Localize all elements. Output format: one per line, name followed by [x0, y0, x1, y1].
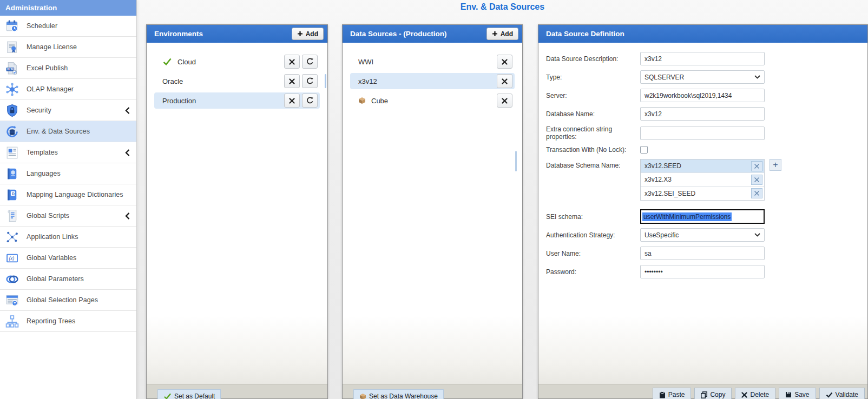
remove-schema-button[interactable]	[751, 161, 762, 171]
environment-row-production[interactable]: Production	[154, 92, 320, 109]
plus-icon	[297, 31, 303, 37]
sidebar-item-languages[interactable]: Languages	[0, 163, 136, 184]
excel-publish-icon: XLSX	[5, 61, 19, 76]
database-name-input[interactable]	[640, 107, 765, 121]
password-input[interactable]	[640, 265, 765, 278]
add-environment-button[interactable]: Add	[292, 28, 324, 40]
chevron-left-icon[interactable]	[125, 212, 130, 220]
schema-row[interactable]: x3v12.SEI_SEED	[641, 187, 764, 200]
environments-scrollbar[interactable]	[325, 74, 326, 88]
remove-schema-button[interactable]	[751, 175, 762, 185]
x-icon	[289, 78, 295, 84]
delete-environment-button[interactable]	[284, 55, 300, 69]
chevron-down-icon	[754, 233, 760, 237]
data-source-row-wwi[interactable]: WWI	[350, 54, 515, 70]
environment-row-oracle[interactable]: Oracle	[154, 73, 320, 89]
env-data-sources-icon	[5, 124, 19, 139]
sidebar-item-label: Languages	[27, 170, 130, 177]
cube-icon	[359, 393, 366, 399]
save-button[interactable]: Save	[779, 388, 816, 399]
sidebar-item-manage-license[interactable]: Manage License	[0, 37, 136, 58]
refresh-environment-button[interactable]	[302, 55, 318, 69]
delete-data-source-button[interactable]	[497, 74, 512, 88]
sidebar-item-label: Application Links	[27, 233, 130, 241]
check-icon	[163, 393, 172, 399]
sidebar-item-label: Manage License	[27, 43, 130, 51]
environments-title: Environments	[154, 30, 203, 38]
type-select-value: SQLSERVER	[645, 74, 684, 81]
add-schema-button[interactable]: +	[770, 159, 781, 171]
data-sources-panel-header: Data Sources - (Production) Add	[343, 25, 522, 43]
sei-schema-input[interactable]: userWithMinimumPermissions	[640, 209, 765, 224]
copy-button[interactable]: Copy	[694, 388, 732, 399]
data-sources-scrollbar[interactable]	[515, 151, 517, 171]
data-sources-title: Data Sources - (Production)	[350, 30, 447, 38]
delete-environment-button[interactable]	[284, 94, 300, 108]
environment-row-cloud[interactable]: Cloud	[154, 54, 320, 70]
default-check-icon	[162, 58, 172, 65]
svg-text:D: D	[12, 191, 15, 195]
sidebar-item-global-selection-pages[interactable]: T Global Selection Pages	[0, 290, 136, 311]
sidebar-item-label: Reporting Trees	[27, 317, 130, 325]
sidebar-item-label: Global Parameters	[27, 275, 130, 283]
x-icon	[754, 177, 760, 183]
type-select[interactable]: SQLSERVER	[640, 70, 765, 84]
sidebar-item-global-scripts[interactable]: Global Scripts	[0, 205, 136, 227]
sidebar-item-global-variables[interactable]: (x) Global Variables	[0, 248, 136, 269]
global-selection-pages-icon: T	[5, 293, 19, 308]
x-icon	[289, 59, 295, 65]
description-input[interactable]	[640, 52, 765, 65]
schema-row[interactable]: x3v12.X3	[641, 173, 764, 187]
chevron-left-icon[interactable]	[125, 107, 130, 114]
user-name-label: User Name:	[546, 250, 640, 257]
transaction-no-lock-checkbox[interactable]	[640, 146, 648, 154]
password-label: Password:	[546, 268, 640, 276]
sidebar-item-label: Templates	[27, 149, 118, 156]
delete-data-source-button[interactable]	[497, 55, 512, 69]
sidebar-item-security[interactable]: Security	[0, 100, 136, 121]
definition-title: Data Source Definition	[546, 30, 624, 38]
auth-strategy-select[interactable]: UseSpecific	[640, 228, 765, 242]
reporting-trees-icon	[5, 314, 19, 329]
schema-row[interactable]: x3v12.SEED	[641, 159, 764, 173]
sidebar-item-mapping-dictionaries[interactable]: D Mapping Language Dictionaries	[0, 184, 136, 205]
delete-button[interactable]: Delete	[735, 388, 775, 399]
svg-text:XLSX: XLSX	[7, 68, 14, 71]
sidebar-item-env-data-sources[interactable]: Env. & Data Sources	[0, 121, 136, 142]
paste-icon	[659, 391, 666, 398]
schema-name: x3v12.X3	[645, 176, 751, 183]
set-as-data-warehouse-button[interactable]: Set as Data Warehouse	[353, 389, 444, 399]
sidebar-item-scheduler[interactable]: Scheduler	[0, 16, 136, 37]
paste-button[interactable]: Paste	[653, 388, 692, 399]
refresh-icon	[306, 97, 314, 104]
x-icon	[289, 98, 295, 104]
chevron-left-icon[interactable]	[125, 149, 130, 156]
data-source-row-cube[interactable]: Cube	[350, 92, 515, 109]
add-data-source-button[interactable]: Add	[486, 28, 518, 40]
extra-properties-input[interactable]	[640, 127, 765, 140]
page-title: Env. & Data Sources	[137, 0, 868, 24]
sidebar-item-label: Global Variables	[27, 254, 130, 262]
user-name-input[interactable]	[640, 247, 765, 260]
delete-environment-button[interactable]	[284, 74, 300, 88]
sidebar-item-global-parameters[interactable]: Global Parameters	[0, 269, 136, 290]
extra-properties-label: Extra connection string properties:	[546, 125, 640, 141]
sidebar-item-application-links[interactable]: Application Links	[0, 227, 136, 248]
set-as-default-button[interactable]: Set as Default	[157, 389, 221, 399]
data-source-row-x3v12[interactable]: x3v12	[350, 73, 515, 89]
data-source-name: Cube	[371, 97, 495, 105]
remove-schema-button[interactable]	[751, 188, 762, 198]
refresh-environment-button[interactable]	[302, 94, 318, 108]
sidebar-item-excel-publish[interactable]: XLSX Excel Publish	[0, 58, 136, 79]
delete-data-source-button[interactable]	[497, 94, 512, 108]
sidebar-item-olap-manager[interactable]: OLAP Manager	[0, 79, 136, 100]
svg-text:(x): (x)	[9, 255, 14, 261]
sidebar-item-templates[interactable]: Templates	[0, 142, 136, 163]
server-input[interactable]	[640, 89, 765, 102]
type-label: Type:	[546, 74, 640, 81]
environments-panel-header: Environments Add	[147, 25, 327, 43]
sidebar-item-reporting-trees[interactable]: Reporting Trees	[0, 311, 136, 332]
schema-name: x3v12.SEI_SEED	[645, 190, 751, 197]
validate-button[interactable]: Validate	[819, 388, 865, 399]
refresh-environment-button[interactable]	[302, 74, 318, 88]
